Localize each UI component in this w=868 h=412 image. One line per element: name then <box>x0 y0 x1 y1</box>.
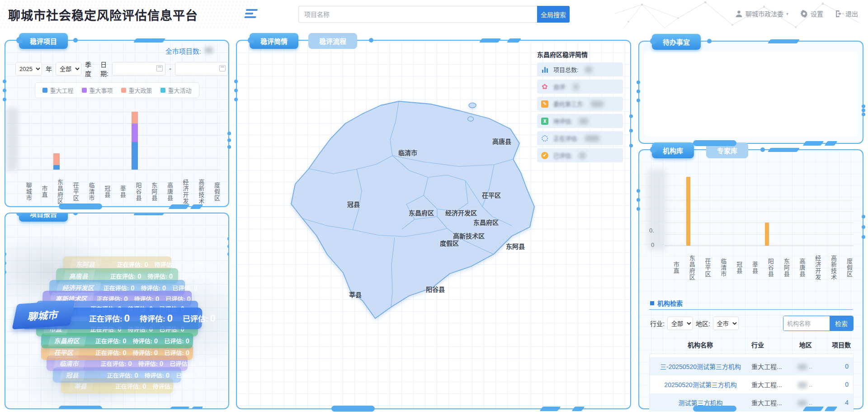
year-unit: 年 <box>46 64 52 73</box>
legend-item[interactable]: 重大事项 <box>81 86 113 95</box>
x-label-slot: 度假区 <box>838 250 854 286</box>
org-bar-column[interactable] <box>665 177 680 246</box>
org-bar-column[interactable] <box>759 177 775 246</box>
edge-dot <box>3 89 6 92</box>
report-stat: 待评估:0 <box>132 348 158 357</box>
org-bar-column[interactable] <box>791 177 807 246</box>
global-search-button[interactable]: 全局搜索 <box>537 6 570 23</box>
org-region-ellipsis: .. <box>807 363 812 370</box>
table-row[interactable]: 三-20250520测试第三方机构重大工程... ..0 <box>650 357 853 375</box>
bar-column[interactable] <box>64 112 80 170</box>
bar-column[interactable] <box>80 112 96 170</box>
check-circle-icon: ✔ <box>541 152 549 160</box>
tab-brief[interactable]: 稳评简情 <box>250 33 298 49</box>
region-select[interactable]: 全市 <box>713 317 739 330</box>
bar-column[interactable] <box>33 112 49 170</box>
brief-value-blurred <box>585 135 599 142</box>
tab-org-library[interactable]: 机构库 <box>652 142 694 158</box>
legend-swatch-icon <box>81 88 86 93</box>
bar-column[interactable] <box>174 112 190 170</box>
quarter-select[interactable]: 全部 <box>56 62 81 76</box>
table-row[interactable]: 测试第三方机构重大工程... ..4 <box>650 393 853 412</box>
panel-decoration <box>803 407 824 411</box>
org-bar-column[interactable] <box>680 177 696 246</box>
report-stat-value: 0 <box>128 360 132 367</box>
legend-label: 重大工程 <box>50 86 73 95</box>
global-search: 全局搜索 <box>298 6 570 23</box>
brief-row: 正在评估: <box>537 131 623 145</box>
bar-column[interactable] <box>158 112 174 170</box>
org-bar <box>765 223 769 246</box>
report-stat-value: 0 <box>154 337 158 345</box>
panel-decoration <box>479 38 501 43</box>
report-stat-value: 0 <box>197 371 201 379</box>
citywide-project-count-label: 全市项目数: <box>165 46 201 56</box>
calendar-icon[interactable] <box>219 65 226 71</box>
report-carousel[interactable]: 东阿县正在评估:0待评估:0已评估:0高唐县正在评估:0待评估:0已评估:0经济… <box>5 213 228 408</box>
x-label-slot: 东阿县 <box>143 174 159 210</box>
y-tick: 0. <box>649 227 654 234</box>
report-row[interactable]: 聊城市正在评估:0待评估:0已评估:0 <box>21 308 202 329</box>
bar-column[interactable] <box>143 112 159 170</box>
bar-column[interactable] <box>17 112 33 170</box>
industry-select[interactable]: 全部 <box>667 317 693 330</box>
report-stat-value: 0 <box>131 284 135 292</box>
org-bar-column[interactable] <box>743 177 759 246</box>
org-table-header: 机构名称 行业 地区 项目数 <box>649 338 854 354</box>
bar-column[interactable] <box>95 112 111 170</box>
org-project-count: 0 <box>819 381 854 388</box>
legend-item[interactable]: 重大工程 <box>42 86 73 95</box>
report-stats: 正在评估:0待评估:0已评估:0 <box>95 336 189 345</box>
org-industry-cell: 重大工程... <box>751 362 792 371</box>
search-input[interactable] <box>298 6 537 23</box>
corner-dot <box>369 38 373 43</box>
bar-column[interactable] <box>111 112 127 170</box>
org-name-link[interactable]: 20250520测试第三方机构 <box>650 380 751 389</box>
bar-segment <box>53 165 60 170</box>
org-bar-column[interactable] <box>822 177 838 246</box>
year-select[interactable]: 2025 <box>15 62 42 76</box>
report-stat-value: 0 <box>124 313 130 324</box>
bar-column[interactable] <box>190 112 206 170</box>
corner-dot <box>73 38 78 43</box>
calendar-icon[interactable] <box>156 65 163 71</box>
org-bar-column[interactable] <box>775 177 791 246</box>
legend-swatch-icon <box>160 88 165 93</box>
legend-item[interactable]: 重大政策 <box>121 86 152 95</box>
org-bar-column[interactable] <box>838 177 854 246</box>
edge-dot <box>862 104 865 108</box>
org-bar-column[interactable] <box>696 177 712 246</box>
hamburger-menu-icon[interactable] <box>244 9 258 19</box>
chart-legend: 重大工程重大事项重大政策重大活动 <box>34 82 199 98</box>
org-search-button[interactable]: 检索 <box>830 316 853 331</box>
bar-column[interactable] <box>205 112 221 170</box>
map-island <box>469 103 476 108</box>
org-bar-column[interactable] <box>712 177 727 246</box>
org-name-link[interactable]: 三-20250520测试第三方机构 <box>650 362 751 371</box>
report-stat-value: 0 <box>174 382 178 390</box>
report-stat: 已评估:0 <box>184 382 209 390</box>
edge-dot <box>862 113 865 116</box>
x-label-slot: 阳谷县 <box>127 174 143 210</box>
panel-decoration <box>540 407 561 411</box>
x-label: 高唐县 <box>791 250 807 286</box>
user-menu[interactable]: 聊城市政法委 ▾ <box>735 9 788 18</box>
bar-column[interactable] <box>48 112 64 170</box>
logout-button[interactable]: 退出 <box>835 9 858 18</box>
org-bar-column[interactable] <box>727 177 743 246</box>
x-label: 东阿县 <box>775 250 791 286</box>
org-bar-column[interactable] <box>806 177 822 246</box>
tab-process[interactable]: 稳评流程 <box>308 33 357 49</box>
edge-dot <box>227 132 231 135</box>
report-stat: 待评估:0 <box>147 272 173 280</box>
report-stats: 正在评估:0待评估:0已评估:0 <box>89 313 215 324</box>
bar-stack <box>132 112 138 170</box>
liaocheng-map[interactable] <box>288 98 541 329</box>
legend-item[interactable]: 重大活动 <box>160 86 192 95</box>
table-row[interactable]: 20250520测试第三方机构重大工程... ..0 <box>650 375 853 393</box>
settings-button[interactable]: 设置 <box>800 9 823 18</box>
report-stat: 正在评估:0 <box>89 313 130 324</box>
org-name-input[interactable] <box>783 316 830 331</box>
bar-column[interactable] <box>127 112 143 170</box>
app-header: 聊城市社会稳定风险评估信息平台 全局搜索 聊城市政法委 ▾ 设置 退出 <box>0 0 868 28</box>
